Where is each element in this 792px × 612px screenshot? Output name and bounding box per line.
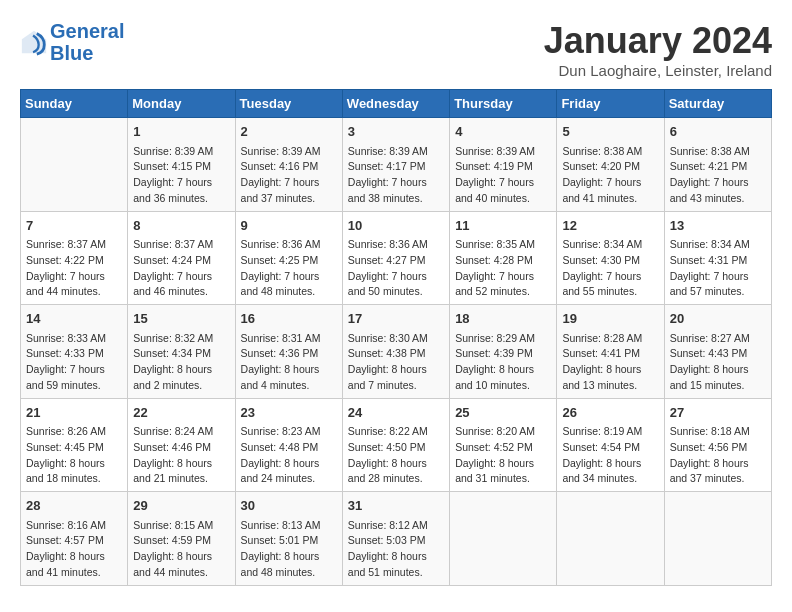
day-number: 14 [26, 309, 122, 329]
calendar-cell: 23Sunrise: 8:23 AMSunset: 4:48 PMDayligh… [235, 398, 342, 492]
daylight-text: Daylight: 8 hours and 21 minutes. [133, 456, 229, 488]
daylight-text: Daylight: 8 hours and 15 minutes. [670, 362, 766, 394]
daylight-text: Daylight: 7 hours and 38 minutes. [348, 175, 444, 207]
calendar-cell: 26Sunrise: 8:19 AMSunset: 4:54 PMDayligh… [557, 398, 664, 492]
sunset-text: Sunset: 4:48 PM [241, 440, 337, 456]
sunrise-text: Sunrise: 8:31 AM [241, 331, 337, 347]
day-number: 28 [26, 496, 122, 516]
sunrise-text: Sunrise: 8:32 AM [133, 331, 229, 347]
day-number: 29 [133, 496, 229, 516]
day-number: 3 [348, 122, 444, 142]
day-number: 12 [562, 216, 658, 236]
day-number: 15 [133, 309, 229, 329]
day-number: 24 [348, 403, 444, 423]
day-number: 9 [241, 216, 337, 236]
sunset-text: Sunset: 4:19 PM [455, 159, 551, 175]
daylight-text: Daylight: 8 hours and 28 minutes. [348, 456, 444, 488]
calendar-cell: 30Sunrise: 8:13 AMSunset: 5:01 PMDayligh… [235, 492, 342, 586]
daylight-text: Daylight: 7 hours and 59 minutes. [26, 362, 122, 394]
sunset-text: Sunset: 4:28 PM [455, 253, 551, 269]
day-number: 7 [26, 216, 122, 236]
sunrise-text: Sunrise: 8:27 AM [670, 331, 766, 347]
col-friday: Friday [557, 90, 664, 118]
daylight-text: Daylight: 8 hours and 2 minutes. [133, 362, 229, 394]
sunset-text: Sunset: 4:41 PM [562, 346, 658, 362]
sunrise-text: Sunrise: 8:18 AM [670, 424, 766, 440]
daylight-text: Daylight: 7 hours and 57 minutes. [670, 269, 766, 301]
sunset-text: Sunset: 4:43 PM [670, 346, 766, 362]
daylight-text: Daylight: 8 hours and 24 minutes. [241, 456, 337, 488]
daylight-text: Daylight: 7 hours and 52 minutes. [455, 269, 551, 301]
sunrise-text: Sunrise: 8:24 AM [133, 424, 229, 440]
sunset-text: Sunset: 4:20 PM [562, 159, 658, 175]
calendar-cell: 3Sunrise: 8:39 AMSunset: 4:17 PMDaylight… [342, 118, 449, 212]
col-sunday: Sunday [21, 90, 128, 118]
daylight-text: Daylight: 8 hours and 31 minutes. [455, 456, 551, 488]
col-saturday: Saturday [664, 90, 771, 118]
day-number: 13 [670, 216, 766, 236]
daylight-text: Daylight: 7 hours and 37 minutes. [241, 175, 337, 207]
sunset-text: Sunset: 4:31 PM [670, 253, 766, 269]
day-number: 8 [133, 216, 229, 236]
day-number: 30 [241, 496, 337, 516]
daylight-text: Daylight: 8 hours and 48 minutes. [241, 549, 337, 581]
daylight-text: Daylight: 8 hours and 37 minutes. [670, 456, 766, 488]
daylight-text: Daylight: 7 hours and 36 minutes. [133, 175, 229, 207]
day-number: 6 [670, 122, 766, 142]
sunset-text: Sunset: 4:54 PM [562, 440, 658, 456]
title-block: January 2024 Dun Laoghaire, Leinster, Ir… [544, 20, 772, 79]
sunrise-text: Sunrise: 8:36 AM [241, 237, 337, 253]
calendar-cell [664, 492, 771, 586]
sunrise-text: Sunrise: 8:22 AM [348, 424, 444, 440]
calendar-cell: 13Sunrise: 8:34 AMSunset: 4:31 PMDayligh… [664, 211, 771, 305]
sunrise-text: Sunrise: 8:34 AM [670, 237, 766, 253]
sunrise-text: Sunrise: 8:34 AM [562, 237, 658, 253]
sunset-text: Sunset: 4:38 PM [348, 346, 444, 362]
sunset-text: Sunset: 4:17 PM [348, 159, 444, 175]
daylight-text: Daylight: 7 hours and 44 minutes. [26, 269, 122, 301]
sunset-text: Sunset: 4:33 PM [26, 346, 122, 362]
sunrise-text: Sunrise: 8:33 AM [26, 331, 122, 347]
sunset-text: Sunset: 4:24 PM [133, 253, 229, 269]
month-title: January 2024 [544, 20, 772, 62]
day-number: 21 [26, 403, 122, 423]
daylight-text: Daylight: 8 hours and 13 minutes. [562, 362, 658, 394]
sunrise-text: Sunrise: 8:37 AM [133, 237, 229, 253]
sunset-text: Sunset: 4:59 PM [133, 533, 229, 549]
calendar-cell: 1Sunrise: 8:39 AMSunset: 4:15 PMDaylight… [128, 118, 235, 212]
logo: General Blue [20, 20, 124, 64]
sunset-text: Sunset: 4:39 PM [455, 346, 551, 362]
calendar-cell: 24Sunrise: 8:22 AMSunset: 4:50 PMDayligh… [342, 398, 449, 492]
sunrise-text: Sunrise: 8:35 AM [455, 237, 551, 253]
sunset-text: Sunset: 4:57 PM [26, 533, 122, 549]
daylight-text: Daylight: 8 hours and 18 minutes. [26, 456, 122, 488]
sunset-text: Sunset: 4:45 PM [26, 440, 122, 456]
calendar-cell: 19Sunrise: 8:28 AMSunset: 4:41 PMDayligh… [557, 305, 664, 399]
sunset-text: Sunset: 4:15 PM [133, 159, 229, 175]
daylight-text: Daylight: 7 hours and 40 minutes. [455, 175, 551, 207]
sunrise-text: Sunrise: 8:20 AM [455, 424, 551, 440]
daylight-text: Daylight: 7 hours and 46 minutes. [133, 269, 229, 301]
day-number: 23 [241, 403, 337, 423]
sunrise-text: Sunrise: 8:39 AM [133, 144, 229, 160]
calendar-cell: 16Sunrise: 8:31 AMSunset: 4:36 PMDayligh… [235, 305, 342, 399]
day-number: 26 [562, 403, 658, 423]
col-wednesday: Wednesday [342, 90, 449, 118]
daylight-text: Daylight: 8 hours and 4 minutes. [241, 362, 337, 394]
calendar-cell: 7Sunrise: 8:37 AMSunset: 4:22 PMDaylight… [21, 211, 128, 305]
sunrise-text: Sunrise: 8:38 AM [562, 144, 658, 160]
calendar-cell [557, 492, 664, 586]
calendar-cell [450, 492, 557, 586]
calendar-cell: 20Sunrise: 8:27 AMSunset: 4:43 PMDayligh… [664, 305, 771, 399]
sunrise-text: Sunrise: 8:37 AM [26, 237, 122, 253]
sunset-text: Sunset: 4:46 PM [133, 440, 229, 456]
calendar-cell: 6Sunrise: 8:38 AMSunset: 4:21 PMDaylight… [664, 118, 771, 212]
calendar-cell: 4Sunrise: 8:39 AMSunset: 4:19 PMDaylight… [450, 118, 557, 212]
calendar-cell: 2Sunrise: 8:39 AMSunset: 4:16 PMDaylight… [235, 118, 342, 212]
page-header: General Blue January 2024 Dun Laoghaire,… [20, 20, 772, 79]
calendar-cell: 11Sunrise: 8:35 AMSunset: 4:28 PMDayligh… [450, 211, 557, 305]
calendar-cell: 14Sunrise: 8:33 AMSunset: 4:33 PMDayligh… [21, 305, 128, 399]
daylight-text: Daylight: 8 hours and 51 minutes. [348, 549, 444, 581]
sunrise-text: Sunrise: 8:28 AM [562, 331, 658, 347]
sunrise-text: Sunrise: 8:13 AM [241, 518, 337, 534]
